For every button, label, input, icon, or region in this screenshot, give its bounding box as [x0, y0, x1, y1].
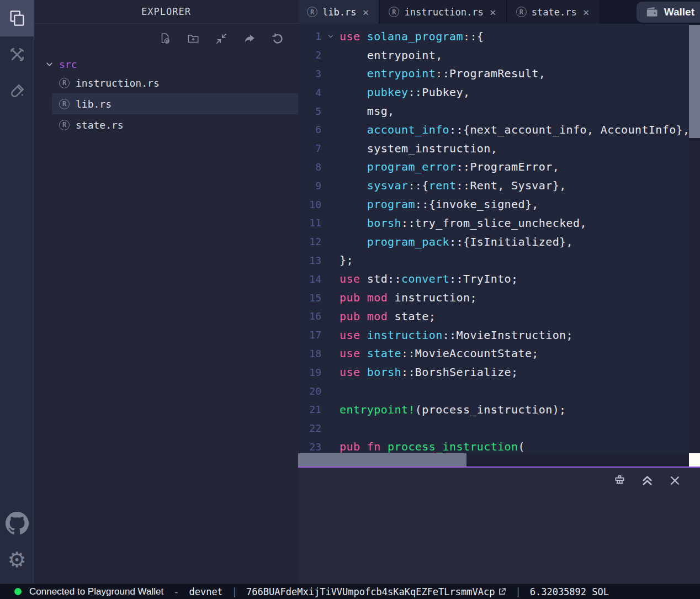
line-text: entrypoint::ProgramResult,	[340, 67, 545, 80]
explorer-toolbar	[34, 24, 298, 48]
collapse-folders-icon[interactable]	[215, 33, 227, 45]
file-list: Rinstruction.rsRlib.rsRstate.rs	[34, 72, 298, 135]
connection-status[interactable]: Connected to Playground Wallet	[14, 586, 163, 597]
tab-lib.rs[interactable]: Rlib.rs×	[298, 0, 380, 24]
file-label: instruction.rs	[76, 77, 160, 89]
code-line-22: 22	[298, 419, 700, 438]
close-icon[interactable]: ×	[582, 7, 591, 18]
file-item-state.rs[interactable]: Rstate.rs	[52, 114, 298, 135]
code-line-1: 1use solana_program::{	[298, 27, 700, 46]
code-line-9: 9 sysvar::{rent::Rent, Sysvar},	[298, 176, 700, 195]
code-editor[interactable]: 1use solana_program::{2 entrypoint,3 ent…	[298, 24, 700, 467]
file-item-instruction.rs[interactable]: Rinstruction.rs	[52, 72, 298, 93]
gear-icon: ⚙	[7, 548, 26, 572]
line-number: 6	[298, 124, 321, 135]
close-icon[interactable]: ×	[489, 7, 497, 18]
close-icon[interactable]: ×	[361, 7, 370, 18]
line-text: msg,	[340, 104, 395, 118]
tab-list: Rlib.rs×Rinstruction.rs×Rstate.rs×	[298, 0, 601, 24]
reset-icon[interactable]	[272, 33, 284, 45]
tab-instruction.rs[interactable]: Rinstruction.rs×	[380, 0, 507, 24]
activity-test-button[interactable]	[0, 73, 34, 109]
connection-label: Connected to Playground Wallet	[29, 586, 163, 597]
line-number: 15	[298, 292, 321, 304]
line-text: entrypoint,	[340, 49, 443, 62]
line-text: program_error::ProgramError,	[340, 160, 559, 173]
terminal-panel	[298, 468, 700, 584]
cluster-name[interactable]: devnet	[189, 586, 222, 597]
tab-bar: Rlib.rs×Rinstruction.rs×Rstate.rs× Walle…	[298, 0, 700, 24]
code-line-2: 2 entrypoint,	[298, 46, 700, 65]
rust-file-icon: R	[59, 78, 70, 88]
settings-button[interactable]: ⚙	[7, 549, 26, 570]
file-label: state.rs	[76, 119, 124, 131]
line-text: program::{invoke_signed},	[340, 198, 539, 211]
wallet-address-button[interactable]: 766BUAFdeMxijTiVVUmpofcb4sKaKqEZFeTLrsmm…	[246, 586, 506, 597]
activity-build-button[interactable]	[0, 36, 34, 73]
rust-file-icon: R	[59, 99, 70, 109]
code-line-20: 20	[298, 381, 700, 400]
vertical-scrollbar-thumb[interactable]	[689, 25, 700, 138]
line-number: 2	[298, 49, 321, 61]
line-number: 5	[298, 105, 321, 117]
new-folder-icon[interactable]	[187, 33, 199, 45]
code-line-16: 16pub mod state;	[298, 307, 700, 326]
line-number: 20	[298, 385, 321, 397]
wallet-address: 766BUAFdeMxijTiVVUmpofcb4sKaKqEZFeTLrsmm…	[246, 586, 495, 597]
chevron-down-icon	[45, 60, 54, 68]
fold-chevron-icon[interactable]	[321, 33, 340, 40]
line-number: 9	[298, 180, 321, 192]
line-text: use borsh::BorshSerialize;	[340, 365, 518, 379]
line-number: 23	[298, 441, 321, 453]
line-text: pub mod state;	[340, 310, 436, 323]
scrollbar-corner	[689, 453, 700, 467]
tab-label: instruction.rs	[404, 7, 483, 18]
code-line-13: 13};	[298, 251, 700, 270]
code-line-5: 5 msg,	[298, 102, 700, 120]
folder-label: src	[59, 59, 77, 70]
line-number: 10	[298, 199, 321, 210]
share-icon[interactable]	[243, 33, 256, 45]
line-text: };	[340, 253, 353, 267]
code-line-10: 10 program::{invoke_signed},	[298, 195, 700, 214]
code-line-7: 7 system_instruction,	[298, 139, 700, 158]
terminal-output[interactable]	[298, 487, 700, 584]
terminal-toolbar	[298, 468, 700, 487]
clear-terminal-icon[interactable]	[613, 474, 626, 487]
wallet-button[interactable]: Wallet	[637, 2, 700, 23]
line-number: 14	[298, 273, 321, 285]
external-link-icon[interactable]	[498, 587, 506, 596]
line-text: use state::MovieAccountState;	[340, 347, 539, 360]
test-tube-icon	[9, 83, 25, 99]
line-number: 7	[298, 142, 321, 154]
horizontal-scrollbar-track[interactable]	[298, 453, 689, 467]
rust-file-icon: R	[389, 7, 399, 17]
vertical-scrollbar-track[interactable]	[689, 24, 700, 453]
status-pipe-2: |	[515, 586, 521, 597]
file-item-lib.rs[interactable]: Rlib.rs	[52, 93, 298, 114]
status-bar: Connected to Playground Wallet - devnet …	[0, 584, 700, 599]
tab-state.rs[interactable]: Rstate.rs×	[507, 0, 601, 24]
activity-explorer-button[interactable]	[0, 0, 34, 36]
rust-file-icon: R	[516, 7, 527, 17]
line-number: 8	[298, 161, 321, 173]
activity-bar: ⚙	[0, 0, 34, 584]
expand-panel-icon[interactable]	[641, 474, 654, 487]
line-text: entrypoint!(process_instruction);	[340, 403, 566, 416]
horizontal-scrollbar-thumb[interactable]	[298, 453, 466, 467]
line-text: program_pack::{IsInitialized},	[340, 235, 573, 248]
close-panel-icon[interactable]	[669, 474, 681, 487]
folder-src[interactable]: src	[34, 56, 298, 72]
line-number: 4	[298, 87, 321, 98]
line-number: 21	[298, 404, 321, 415]
line-text: borsh::try_from_slice_unchecked,	[340, 216, 587, 230]
code-line-18: 18use state::MovieAccountState;	[298, 344, 700, 363]
code-line-17: 17use instruction::MovieInstruction;	[298, 326, 700, 344]
new-file-icon[interactable]	[159, 33, 171, 45]
line-number: 1	[298, 30, 321, 42]
file-tree: src Rinstruction.rsRlib.rsRstate.rs	[34, 56, 298, 135]
code-lines: 1use solana_program::{2 entrypoint,3 ent…	[298, 24, 700, 456]
github-button[interactable]	[6, 512, 29, 535]
line-text: account_info::{next_account_info, Accoun…	[340, 123, 690, 136]
explorer-title: EXPLORER	[34, 0, 298, 24]
